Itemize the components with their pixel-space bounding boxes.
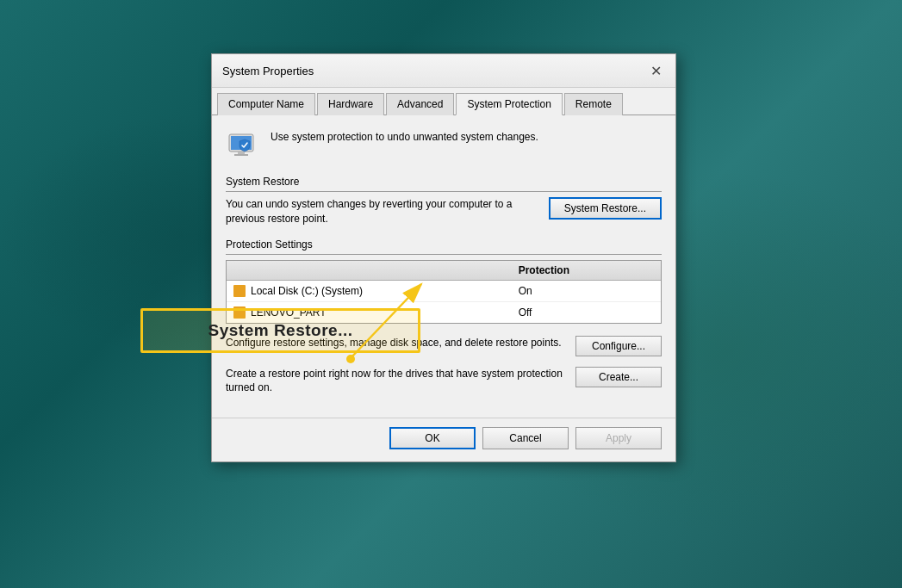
create-section: Create a restore point right now for the… xyxy=(226,367,662,396)
table-row[interactable]: LENOVO_PART Off xyxy=(227,302,661,323)
info-section: Use system protection to undo unwanted s… xyxy=(226,127,662,162)
tab-bar: Computer Name Hardware Advanced System P… xyxy=(212,88,675,115)
info-description: Use system protection to undo unwanted s… xyxy=(271,127,538,143)
system-restore-section: You can undo system changes by reverting… xyxy=(226,197,662,226)
table-header: Protection xyxy=(227,261,661,281)
apply-button[interactable]: Apply xyxy=(575,427,662,449)
system-properties-dialog: System Properties ✕ Computer Name Hardwa… xyxy=(211,53,676,462)
tab-remote[interactable]: Remote xyxy=(564,93,623,115)
drive-column-header xyxy=(227,261,512,280)
dialog-title: System Properties xyxy=(222,65,314,77)
ok-button[interactable]: OK xyxy=(389,427,476,449)
protection-cell-1: On xyxy=(512,281,661,301)
create-button[interactable]: Create... xyxy=(575,367,662,387)
svg-rect-2 xyxy=(238,152,245,154)
system-protection-icon xyxy=(226,127,260,162)
dialog-content: Use system protection to undo unwanted s… xyxy=(212,115,675,418)
svg-rect-3 xyxy=(234,154,248,156)
protection-settings: Protection Settings Protection Local Dis… xyxy=(226,238,662,324)
tab-computer-name[interactable]: Computer Name xyxy=(217,93,315,115)
close-button[interactable]: ✕ xyxy=(646,61,665,80)
protection-cell-2: Off xyxy=(512,302,661,323)
protection-settings-header: Protection Settings xyxy=(226,238,662,255)
dialog-buttons: OK Cancel Apply xyxy=(212,418,675,461)
tab-advanced[interactable]: Advanced xyxy=(386,93,454,115)
protection-column-header: Protection xyxy=(512,261,661,280)
tab-system-protection[interactable]: System Protection xyxy=(456,93,562,115)
drive-cell-2: LENOVO_PART xyxy=(227,302,512,323)
system-restore-button[interactable]: System Restore... xyxy=(549,197,662,220)
drive-cell-1: Local Disk (C:) (System) xyxy=(227,281,512,301)
cancel-button[interactable]: Cancel xyxy=(482,427,569,449)
system-restore-header: System Restore xyxy=(226,176,662,192)
configure-section: Configure restore settings, manage disk … xyxy=(226,336,662,356)
title-bar: System Properties ✕ xyxy=(212,54,675,88)
table-row[interactable]: Local Disk (C:) (System) On xyxy=(227,281,661,302)
configure-description: Configure restore settings, manage disk … xyxy=(226,336,567,350)
drive-icon-2 xyxy=(233,306,246,319)
tab-hardware[interactable]: Hardware xyxy=(317,93,384,115)
system-restore-description: You can undo system changes by reverting… xyxy=(226,197,540,226)
drives-table: Protection Local Disk (C:) (System) On L… xyxy=(226,260,662,324)
create-description: Create a restore point right now for the… xyxy=(226,367,567,396)
configure-button[interactable]: Configure... xyxy=(575,336,662,356)
drive-icon-1 xyxy=(233,285,246,297)
